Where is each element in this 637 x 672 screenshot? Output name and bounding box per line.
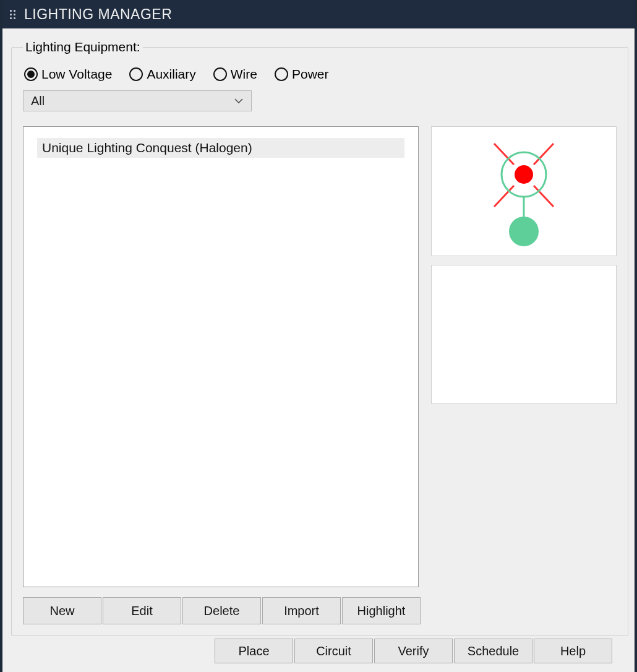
window-title: LIGHTING MANAGER — [24, 6, 172, 23]
import-button[interactable]: Import — [262, 597, 341, 624]
svg-line-1 — [534, 144, 554, 165]
radio-auxiliary[interactable]: Auxiliary — [129, 67, 195, 82]
equipment-preview — [431, 126, 617, 256]
radio-icon — [24, 67, 38, 81]
radio-label: Auxiliary — [147, 67, 195, 82]
schedule-button[interactable]: Schedule — [454, 639, 532, 663]
equipment-list[interactable]: Unique Lighting Conquest (Halogen) — [23, 126, 419, 587]
radio-power[interactable]: Power — [275, 67, 329, 82]
list-actions: New Edit Delete Import Highlight — [23, 597, 617, 624]
circuit-button[interactable]: Circuit — [294, 639, 373, 663]
filter-dropdown[interactable]: All — [23, 90, 252, 111]
radio-label: Wire — [231, 67, 257, 82]
svg-point-7 — [509, 217, 539, 246]
drag-grip-icon[interactable] — [10, 10, 15, 19]
new-button[interactable]: New — [23, 597, 101, 624]
main-row: Unique Lighting Conquest (Halogen) — [23, 126, 617, 587]
list-item[interactable]: Unique Lighting Conquest (Halogen) — [37, 138, 404, 158]
equipment-legend: Lighting Equipment: — [23, 40, 143, 54]
verify-button[interactable]: Verify — [374, 639, 453, 663]
secondary-preview — [431, 265, 617, 404]
svg-line-2 — [494, 186, 514, 207]
delete-button[interactable]: Delete — [182, 597, 261, 624]
chevron-down-icon — [234, 98, 244, 104]
highlight-button[interactable]: Highlight — [342, 597, 421, 624]
right-column — [431, 126, 617, 587]
filter-selected: All — [31, 94, 45, 108]
radio-wire[interactable]: Wire — [213, 67, 257, 82]
radio-icon — [213, 67, 227, 81]
radio-icon — [129, 67, 143, 81]
bottom-bar: Place Circuit Verify Schedule Help — [11, 636, 623, 672]
equipment-type-radios: Low Voltage Auxiliary Wire Power — [24, 67, 617, 82]
edit-button[interactable]: Edit — [103, 597, 181, 624]
radio-label: Power — [292, 67, 329, 82]
radio-low-voltage[interactable]: Low Voltage — [24, 67, 112, 82]
place-button[interactable]: Place — [215, 639, 293, 663]
app-window: LIGHTING MANAGER Lighting Equipment: Low… — [0, 0, 637, 672]
radio-label: Low Voltage — [41, 67, 112, 82]
radio-icon — [275, 67, 288, 81]
equipment-group: Lighting Equipment: Low Voltage Auxiliar… — [11, 40, 628, 636]
help-button[interactable]: Help — [534, 639, 612, 663]
body: Lighting Equipment: Low Voltage Auxiliar… — [2, 28, 635, 672]
svg-line-3 — [534, 186, 554, 207]
svg-point-5 — [515, 165, 533, 184]
svg-line-0 — [494, 144, 514, 165]
light-fixture-icon — [462, 132, 586, 250]
titlebar[interactable]: LIGHTING MANAGER — [2, 0, 635, 28]
